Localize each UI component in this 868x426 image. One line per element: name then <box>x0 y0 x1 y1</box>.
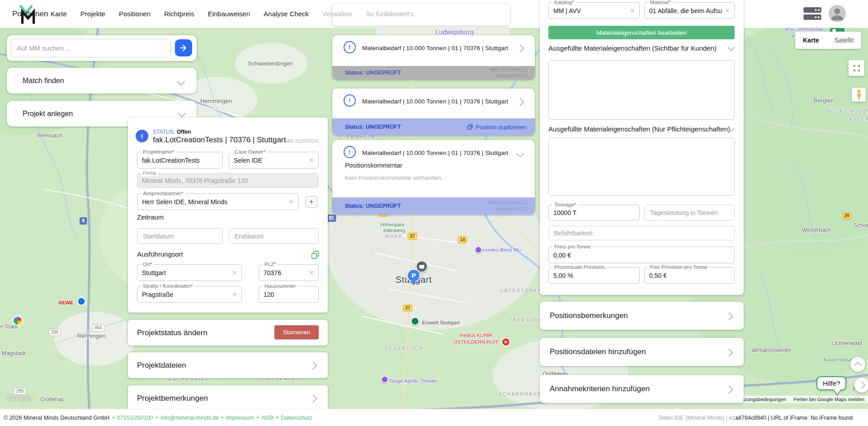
search-send-button[interactable] <box>175 39 192 56</box>
annahmekriterien-card[interactable]: Annahmekriterien hinzufügen <box>540 375 744 403</box>
nav-item-positionen[interactable]: Positionen <box>119 10 151 18</box>
startdatum-input[interactable]: Startdatum <box>137 228 223 244</box>
camera-marker-icon[interactable] <box>416 261 428 273</box>
nav-item-analyse-check[interactable]: Analyse Check <box>264 10 309 18</box>
position-row[interactable]: ! Materialbedarf | 10.000 Tonnen | 01 | … <box>332 35 535 61</box>
material-field[interactable]: Material* 01 Abfälle, die beim Aufsuc...… <box>644 2 735 19</box>
field-label: Material* <box>648 0 672 5</box>
alert-outline-icon: ! <box>344 146 356 158</box>
katalog-field[interactable]: Katalog* MM | AVV × <box>548 2 640 19</box>
clear-icon[interactable]: × <box>286 198 293 206</box>
enddatum-input[interactable]: Enddatum <box>229 228 319 244</box>
collapse-up-button[interactable] <box>850 357 865 372</box>
map-type-karte[interactable]: Karte <box>795 32 827 49</box>
befahrbarkeit-input[interactable]: Befahrbarkeit: <box>548 226 735 240</box>
status-label: STATUS: <box>153 129 175 135</box>
projektname-field[interactable]: Projektname* fak.LotCreationTests <box>137 152 223 169</box>
project-title: fak.LotCreationTests | 70376 | Stuttgart <box>153 136 286 145</box>
chevron-down-icon <box>178 109 186 117</box>
positionsbemerkungen-label: Positionsbemerkungen <box>550 311 628 320</box>
google-logo: Google <box>7 393 32 403</box>
fullscreen-button[interactable] <box>849 60 864 76</box>
project-detail-card: ! STATUS:Offen fak.LotCreationTests | 70… <box>128 117 328 313</box>
tagesleistung-input[interactable]: Tagesleistung in Tonnen <box>644 205 735 220</box>
field-value: MM | AVV <box>553 7 581 14</box>
ansprechpartner-field[interactable]: Ansprechpartner* Herr Selen IDE, Mineral… <box>137 193 298 210</box>
material-properties-required-box <box>548 138 735 196</box>
case-owner-field[interactable]: Case Owner* Selen IDE × <box>229 152 319 169</box>
position-card-1[interactable]: ! Materialbedarf | 10.000 Tonnen | 01 | … <box>332 35 535 80</box>
clear-icon[interactable]: × <box>722 7 730 14</box>
match-finden-accordion[interactable]: Match finden <box>7 68 197 94</box>
chevron-down-icon[interactable] <box>728 44 735 51</box>
footer-link-info-mineral-minds-de[interactable]: info@mineral-minds.de <box>160 415 219 421</box>
clear-icon[interactable]: × <box>230 290 237 298</box>
alert-outline-icon: ! <box>344 94 356 107</box>
position-status: Status: UNGEPRÜFT <box>345 124 401 130</box>
pegman-button[interactable] <box>852 88 866 102</box>
search-card <box>7 35 197 61</box>
nav-item-so-funktioniert-s[interactable]: So funktioniert's <box>366 10 414 18</box>
stornieren-button[interactable]: Stornieren <box>274 325 319 339</box>
help-button[interactable]: Hilfe? <box>816 376 846 390</box>
footer-link-impressum[interactable]: Impressum <box>226 415 254 421</box>
purple-dot-marker-icon[interactable] <box>475 246 482 254</box>
position-status-bar: Status: UNGEPRÜFT MM-202500041-1 Example… <box>332 66 535 80</box>
pegman-icon <box>856 89 862 100</box>
clear-icon[interactable]: × <box>307 269 314 276</box>
positionsdateien-card[interactable]: Positionsdateien hinzufügen <box>540 338 744 366</box>
purple-dot-marker-icon[interactable] <box>381 376 389 384</box>
field-value: Pragstraße <box>142 291 173 298</box>
map-label: Weissach <box>37 132 62 139</box>
position-duplizieren-button[interactable]: Position duplizieren <box>467 124 527 131</box>
report-error-link[interactable]: Fehler bei Google Maps melden <box>793 397 864 402</box>
materialeigenschaften-bearbeiten-button[interactable]: Materialeigenschaften bearbeiten <box>548 26 735 39</box>
session-info: Selen IDE (Mineral Minds) | e1a8784c8940… <box>658 415 853 421</box>
projektdateien-card[interactable]: Projektdateien <box>128 352 328 378</box>
green-dot-marker-icon[interactable] <box>411 317 420 326</box>
nav-item-karte[interactable]: Karte <box>51 10 67 18</box>
keyboard-icon[interactable] <box>803 7 822 22</box>
position-card-3[interactable]: ! Materialbedarf | 10.000 Tonnen | 01 | … <box>332 140 535 215</box>
blue-dot-marker-icon[interactable] <box>77 297 86 306</box>
prozentuale-provision-field[interactable]: Prozentuale Provision 5,00 % <box>548 267 640 284</box>
map-type-satellit[interactable]: Satellit <box>827 32 861 49</box>
footer-link-agb[interactable]: AGB <box>261 415 273 421</box>
search-input[interactable] <box>11 39 171 57</box>
plz-field[interactable]: PLZ* 70376 × <box>259 264 319 281</box>
strasse-field[interactable]: Straße / Koordinaten* Pragstraße × <box>137 286 242 303</box>
nav-item-richtpreis[interactable]: Richtpreis <box>164 10 194 18</box>
hausnummer-field[interactable]: Hausnummer 120 <box>259 286 319 303</box>
nav-item-einbauweisen[interactable]: Einbauweisen <box>208 10 250 18</box>
map-label: Killesberg <box>383 228 405 233</box>
footer-link-07151-250100[interactable]: 07151/250100 <box>117 415 153 421</box>
road-badge: 14 <box>458 236 467 243</box>
clear-icon[interactable]: × <box>307 156 314 164</box>
nav-item-verwalten[interactable]: Verwalten <box>322 10 352 18</box>
projektbemerkungen-card[interactable]: Projektbemerkungen <box>128 385 328 411</box>
field-label: Preis pro Tonne <box>552 243 592 250</box>
position-card-2[interactable]: ! Materialbedarf | 10.000 Tonnen | 01 | … <box>332 89 535 136</box>
send-arrow-icon <box>179 43 188 52</box>
ort-field[interactable]: Ort* Stuttgart × <box>137 264 242 281</box>
chevron-down-icon <box>516 149 524 157</box>
nav-item-projekte[interactable]: Projekte <box>80 10 105 18</box>
map-attribution: Nutzungsbedingungen Fehler bei Google Ma… <box>730 396 868 403</box>
copy-icon[interactable] <box>311 250 320 261</box>
footer-link-datenschutz[interactable]: Datenschutz <box>281 415 312 421</box>
positionsbemerkungen-card[interactable]: Positionsbemerkungen <box>540 302 744 330</box>
clear-icon[interactable]: × <box>627 7 635 14</box>
tonnage-field[interactable]: Tonnage* 10000 T <box>548 205 640 220</box>
expand-right-button[interactable] <box>854 378 868 393</box>
add-contact-button[interactable]: + <box>306 196 317 208</box>
position-row[interactable]: ! Materialbedarf | 10.000 Tonnen | 01 | … <box>332 89 535 114</box>
placeholder-text: Enddatum <box>235 233 264 240</box>
preis-pro-tonne-field[interactable]: Preis pro Tonne 0,00 € <box>548 247 735 263</box>
map-label: NECKLINGSBERG <box>827 108 868 113</box>
red-dot-marker-icon[interactable]: H <box>501 337 510 346</box>
clear-icon[interactable]: × <box>230 269 237 276</box>
road-badge: 27 <box>403 304 412 312</box>
terms-link[interactable]: Nutzungsbedingungen <box>736 397 786 402</box>
fixe-provision-field[interactable]: Fixe Provision pro Tonne 0,50 € <box>644 267 735 284</box>
user-avatar[interactable] <box>829 5 846 22</box>
